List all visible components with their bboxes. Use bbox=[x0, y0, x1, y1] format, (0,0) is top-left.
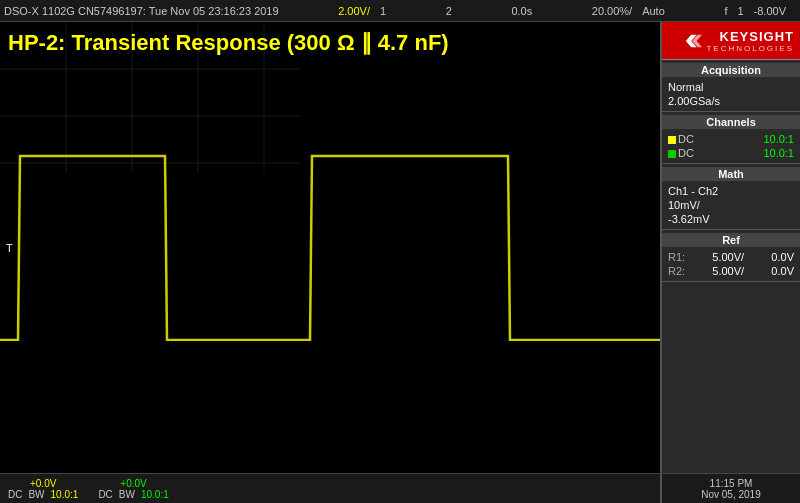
math-offset-row: -3.62mV bbox=[668, 212, 794, 226]
ch2-offset: +0.0V bbox=[120, 478, 146, 489]
time-scale: 20.00%/ bbox=[592, 5, 632, 17]
ch1-status: +0.0V DC BW 10.0:1 bbox=[8, 478, 78, 500]
math-scale: 10mV/ bbox=[668, 199, 700, 211]
acquisition-mode: Normal bbox=[668, 81, 703, 93]
r2-scale: 5.00V/ bbox=[712, 265, 744, 277]
ch2-status: +0.0V DC BW 10.0:1 bbox=[98, 478, 168, 500]
ch1-bw: BW bbox=[28, 489, 44, 500]
trigger-ch-num: 1 bbox=[737, 5, 743, 17]
ch1-row: DC 10.0:1 bbox=[668, 132, 794, 146]
channels-title: Channels bbox=[662, 115, 800, 129]
r1-row: R1: 5.00V/ 0.0V bbox=[668, 250, 794, 264]
brand-name: KEYSIGHT bbox=[706, 29, 794, 44]
time-display: 11:15 PM bbox=[710, 478, 753, 489]
ch2-row: DC 10.0:1 bbox=[668, 146, 794, 160]
acquisition-title: Acquisition bbox=[662, 63, 800, 77]
date-display: Nov 05, 2019 bbox=[701, 489, 761, 500]
acquisition-rate-row: 2.00GSa/s bbox=[668, 94, 794, 108]
trigger-mode: Auto bbox=[642, 5, 665, 17]
math-scale-row: 10mV/ bbox=[668, 198, 794, 212]
ch1-scale: 2.00V/ bbox=[338, 5, 370, 17]
keysight-logo-icon bbox=[684, 32, 702, 50]
ch2-coupling: DC bbox=[98, 489, 112, 500]
ch2-coupling-label: DC bbox=[678, 147, 694, 159]
ch1-color-indicator bbox=[668, 136, 676, 144]
r1-scale: 5.00V/ bbox=[712, 251, 744, 263]
acquisition-rate: 2.00GSa/s bbox=[668, 95, 720, 107]
f-label: f bbox=[724, 5, 727, 17]
waveform bbox=[0, 22, 660, 473]
right-panel: KEYSIGHT TECHNOLOGIES Acquisition Normal… bbox=[660, 22, 800, 503]
ref-title: Ref bbox=[662, 233, 800, 247]
ch1-probe: 10.0:1 bbox=[51, 489, 79, 500]
math-formula: Ch1 - Ch2 bbox=[668, 185, 718, 197]
ch1-num: 1 bbox=[380, 5, 386, 17]
time-current: 0.0s bbox=[511, 5, 532, 17]
math-formula-row: Ch1 - Ch2 bbox=[668, 184, 794, 198]
ch1-coupling-label: DC bbox=[678, 133, 694, 145]
channels-section: Channels DC 10.0:1 DC 10.0:1 bbox=[662, 112, 800, 164]
r1-offset: 0.0V bbox=[771, 251, 794, 263]
bottom-status-bar: +0.0V DC BW 10.0:1 +0.0V DC BW 10.0:1 bbox=[0, 473, 660, 503]
r2-label: R2: bbox=[668, 265, 685, 277]
datetime-display: 11:15 PM Nov 05, 2019 bbox=[660, 473, 800, 503]
ch2-color-indicator bbox=[668, 150, 676, 158]
ref-section: Ref R1: 5.00V/ 0.0V R2: 5.00V/ 0.0V bbox=[662, 230, 800, 282]
trigger-marker: T bbox=[6, 242, 13, 254]
r2-row: R2: 5.00V/ 0.0V bbox=[668, 264, 794, 278]
keysight-logo-text: KEYSIGHT TECHNOLOGIES bbox=[706, 29, 794, 53]
keysight-logo: KEYSIGHT TECHNOLOGIES bbox=[662, 22, 800, 60]
top-status-bar: DSO-X 1102G CN57496197: Tue Nov 05 23:16… bbox=[0, 0, 800, 22]
ch1-coupling: DC bbox=[8, 489, 22, 500]
brand-sub: TECHNOLOGIES bbox=[706, 44, 794, 53]
r2-offset: 0.0V bbox=[771, 265, 794, 277]
math-offset: -3.62mV bbox=[668, 213, 710, 225]
ch2-probe-label: 10.0:1 bbox=[763, 147, 794, 159]
oscilloscope-display: HP-2: Transient Response (300 Ω ∥ 4.7 nF… bbox=[0, 22, 660, 473]
ch1-offset: +0.0V bbox=[30, 478, 56, 489]
trigger-level: -8.00V bbox=[754, 5, 786, 17]
acquisition-mode-row: Normal bbox=[668, 80, 794, 94]
device-info: DSO-X 1102G CN57496197: Tue Nov 05 23:16… bbox=[4, 5, 279, 17]
ch2-probe: 10.0:1 bbox=[141, 489, 169, 500]
scope-title: HP-2: Transient Response (300 Ω ∥ 4.7 nF… bbox=[8, 30, 449, 56]
r1-label: R1: bbox=[668, 251, 685, 263]
ch1-probe-label: 10.0:1 bbox=[763, 133, 794, 145]
math-section: Math Ch1 - Ch2 10mV/ -3.62mV bbox=[662, 164, 800, 230]
ch2-num: 2 bbox=[446, 5, 452, 17]
math-title: Math bbox=[662, 167, 800, 181]
acquisition-section: Acquisition Normal 2.00GSa/s bbox=[662, 60, 800, 112]
ch2-bw: BW bbox=[119, 489, 135, 500]
